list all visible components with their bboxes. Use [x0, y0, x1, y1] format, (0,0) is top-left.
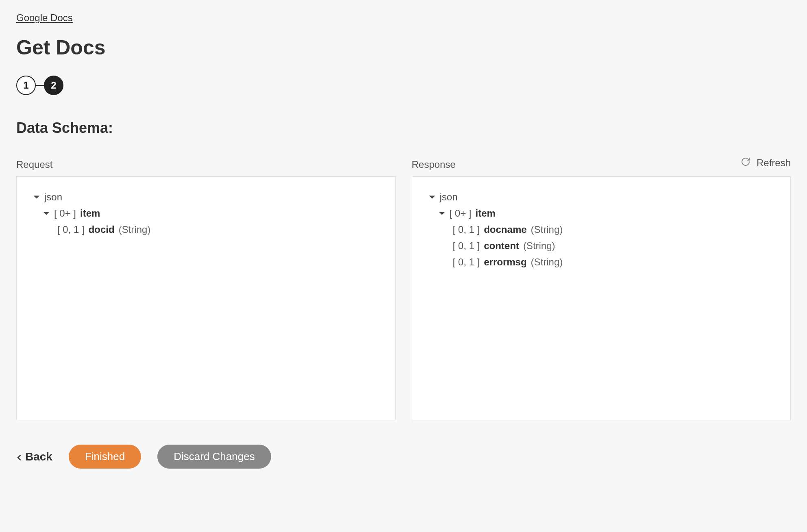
field-name: docname — [484, 224, 526, 235]
tree-item-prefix: [ 0+ ] — [450, 208, 472, 219]
tree-root-label: json — [44, 191, 62, 203]
finished-button[interactable]: Finished — [69, 445, 141, 469]
chevron-down-icon[interactable] — [438, 210, 446, 217]
tree-row-field[interactable]: [ 0, 1 ] errormsg (String) — [429, 254, 774, 270]
tree-row-item[interactable]: [ 0+ ] item — [33, 205, 379, 221]
stepper: 1 2 — [16, 76, 791, 95]
field-name: docid — [89, 224, 115, 235]
tree-item-prefix: [ 0+ ] — [54, 208, 76, 219]
field-cardinality: [ 0, 1 ] — [453, 256, 480, 268]
field-type: (String) — [531, 256, 563, 268]
chevron-down-icon[interactable] — [43, 210, 50, 217]
tree-row-field[interactable]: [ 0, 1 ] docid (String) — [33, 221, 379, 238]
page-title: Get Docs — [16, 36, 791, 59]
response-panel: json [ 0+ ] item [ 0, 1 ] docname (Strin… — [412, 176, 791, 420]
request-panel: json [ 0+ ] item [ 0, 1 ] docid (String) — [16, 176, 396, 420]
tree-row-field[interactable]: [ 0, 1 ] docname (String) — [429, 221, 774, 238]
discard-button[interactable]: Discard Changes — [157, 445, 271, 469]
step-1[interactable]: 1 — [16, 76, 36, 95]
step-2[interactable]: 2 — [44, 76, 63, 95]
chevron-left-icon — [16, 450, 22, 463]
tree-item-name: item — [80, 208, 100, 219]
tree-item-name: item — [476, 208, 496, 219]
section-title: Data Schema: — [16, 119, 791, 137]
field-name: errormsg — [484, 256, 526, 268]
breadcrumb-link[interactable]: Google Docs — [16, 12, 73, 24]
response-label: Response — [412, 159, 791, 170]
tree-row-field[interactable]: [ 0, 1 ] content (String) — [429, 238, 774, 254]
tree-row-root[interactable]: json — [429, 189, 774, 205]
field-cardinality: [ 0, 1 ] — [453, 240, 480, 252]
back-button[interactable]: Back — [16, 450, 52, 463]
tree-row-root[interactable]: json — [33, 189, 379, 205]
field-type: (String) — [119, 224, 151, 235]
field-type: (String) — [523, 240, 555, 252]
tree-row-item[interactable]: [ 0+ ] item — [429, 205, 774, 221]
chevron-down-icon[interactable] — [33, 193, 40, 201]
step-connector — [36, 85, 44, 86]
request-label: Request — [16, 159, 396, 170]
back-label: Back — [25, 450, 52, 463]
field-cardinality: [ 0, 1 ] — [57, 224, 85, 235]
tree-root-label: json — [440, 191, 458, 203]
field-type: (String) — [531, 224, 563, 235]
chevron-down-icon[interactable] — [429, 193, 436, 201]
field-name: content — [484, 240, 519, 252]
field-cardinality: [ 0, 1 ] — [453, 224, 480, 235]
